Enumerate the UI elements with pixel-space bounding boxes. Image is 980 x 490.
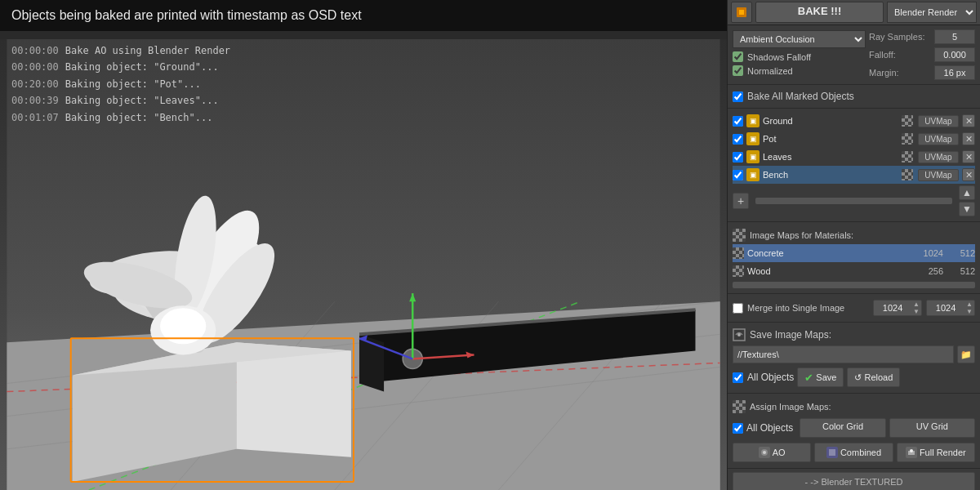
obj-checkbox-ground[interactable] <box>733 116 743 127</box>
bake-all-checkbox[interactable] <box>733 91 743 102</box>
merge-w-down[interactable]: ▼ <box>913 308 920 315</box>
img-map-w-concrete: 1024 <box>915 248 943 258</box>
assign-label: Assign Image Maps: <box>750 402 831 412</box>
combined-type-btn[interactable]: Combined <box>814 443 893 462</box>
add-object-btn[interactable]: + <box>733 193 749 209</box>
viewport-header: Objects being baked are printed with tim… <box>0 0 727 31</box>
full-render-btn-label: Full Render <box>920 448 966 457</box>
normalized-checkbox[interactable] <box>733 65 743 76</box>
falloff-label: Falloff: <box>869 50 932 60</box>
all-objects-assign-checkbox[interactable] <box>733 423 743 434</box>
viewport-header-text: Objects being baked are printed with tim… <box>11 8 362 22</box>
shadows-falloff-checkbox[interactable] <box>733 51 743 62</box>
obj-up-btn[interactable]: ▲ <box>959 185 975 200</box>
object-row-ground[interactable]: ▣ Ground UVMap ✕ <box>733 112 975 130</box>
svg-rect-43 <box>829 449 835 456</box>
obj-scrollbar[interactable] <box>755 198 952 204</box>
image-maps-section: Image Maps for Materials: Concrete 1024 … <box>728 222 980 294</box>
bake-button[interactable]: BAKE !!! <box>755 2 884 23</box>
obj-remove-pot[interactable]: ✕ <box>962 132 975 145</box>
merge-width-stepper[interactable]: 1024 ▲ ▼ <box>873 300 922 316</box>
img-map-h-wood: 512 <box>947 266 975 276</box>
obj-down-btn[interactable]: ▼ <box>959 202 975 216</box>
save-section-icon <box>733 328 746 341</box>
bake-all-label: Bake All Marked Objects <box>747 91 854 102</box>
ao-type-btn[interactable]: AO <box>733 443 811 462</box>
merge-height-stepper[interactable]: 1024 ▲ ▼ <box>926 300 975 316</box>
render-engine-select[interactable]: Blender RenderCyclesGame Engine <box>887 2 977 23</box>
img-map-icon-wood <box>733 265 744 277</box>
ao-section: Ambient OcclusionFull RenderShadows Shad… <box>728 25 980 85</box>
right-panel: BAKE !!! Blender RenderCyclesGame Engine… <box>727 0 980 490</box>
object-row-bench[interactable]: ▣ Bench UVMap ✕ <box>733 166 975 184</box>
log-time: 00:00:39 <box>11 92 59 109</box>
objects-list: ▣ Ground UVMap ✕ ▣ Pot UVMap ✕ ▣ Leaves … <box>733 112 975 184</box>
save-section: Save Image Maps: 📁 All Objects ✔ Save ↺ … <box>728 323 980 394</box>
obj-controls: + ▲ ▼ <box>733 184 975 218</box>
obj-checkbox-leaves[interactable] <box>733 152 743 163</box>
reload-btn[interactable]: ↺ Reload <box>847 368 900 387</box>
full-render-btn[interactable]: Full Render <box>897 443 975 462</box>
assign-section: Assign Image Maps: All Objects Color Gri… <box>728 394 980 469</box>
save-btn[interactable]: ✔ Save <box>797 368 844 387</box>
merge-section: Merge into Single Image 1024 ▲ ▼ 1024 ▲ … <box>728 294 980 323</box>
falloff-input[interactable] <box>934 47 975 62</box>
viewport: Objects being baked are printed with tim… <box>0 0 727 490</box>
grid-btns-row: All Objects Color Grid UV Grid <box>733 416 975 440</box>
margin-input[interactable] <box>934 65 975 80</box>
image-maps-title-row: Image Maps for Materials: <box>733 225 975 244</box>
log-message: Bake AO using Blender Render <box>65 42 230 59</box>
merge-label: Merge into Single Image <box>747 303 869 313</box>
log-entry: 00:00:39Baking object: "Leaves"... <box>11 92 230 109</box>
merge-h-down[interactable]: ▼ <box>966 308 973 315</box>
img-map-h-concrete: 512 <box>947 248 975 258</box>
image-maps-scrollbar[interactable] <box>733 282 975 288</box>
viewport-log: 00:00:00Bake AO using Blender Render00:0… <box>11 42 230 126</box>
svg-point-45 <box>910 449 913 452</box>
obj-uvmap-ground: UVMap <box>918 115 959 127</box>
all-objects-save-checkbox[interactable] <box>733 372 743 383</box>
obj-remove-bench[interactable]: ✕ <box>962 168 975 181</box>
image-maps-list: Concrete 1024 512 Wood 256 512 <box>733 244 975 280</box>
obj-checkbox-bench[interactable] <box>733 170 743 180</box>
obj-remove-ground[interactable]: ✕ <box>962 114 975 127</box>
color-grid-btn[interactable]: Color Grid <box>800 418 885 438</box>
obj-name-pot: Pot <box>763 134 898 144</box>
log-time: 00:00:00 <box>11 59 59 75</box>
img-map-row-concrete[interactable]: Concrete 1024 512 <box>733 244 975 262</box>
obj-checkbox-pot[interactable] <box>733 134 743 145</box>
log-entry: 00:01:07Baking object: "Bench"... <box>11 109 230 126</box>
shadows-falloff-label: Shadows Falloff <box>747 52 811 62</box>
object-row-leaves[interactable]: ▣ Leaves UVMap ✕ <box>733 148 975 166</box>
object-row-pot[interactable]: ▣ Pot UVMap ✕ <box>733 130 975 148</box>
img-map-row-wood[interactable]: Wood 256 512 <box>733 262 975 280</box>
assign-icon <box>733 400 746 413</box>
render-icon-btn[interactable] <box>731 2 752 23</box>
svg-rect-38 <box>739 10 744 15</box>
uv-grid-btn[interactable]: UV Grid <box>889 418 975 438</box>
merge-h-up[interactable]: ▲ <box>966 301 973 308</box>
image-maps-icon <box>733 229 746 242</box>
ao-mode-select[interactable]: Ambient OcclusionFull RenderShadows <box>733 30 866 48</box>
path-browse-btn[interactable]: 📁 <box>957 345 975 363</box>
all-objects-assign-label: All Objects <box>746 422 793 434</box>
obj-name-bench: Bench <box>763 170 898 180</box>
log-time: 00:01:07 <box>11 109 59 126</box>
reload-btn-label: Reload <box>864 372 893 382</box>
path-input[interactable] <box>733 345 954 363</box>
save-label: Save Image Maps: <box>750 329 831 341</box>
log-message: Baking object: "Leaves"... <box>65 92 219 109</box>
ray-samples-input[interactable] <box>934 29 975 44</box>
obj-name-leaves: Leaves <box>763 152 898 162</box>
image-maps-title: Image Maps for Materials: <box>750 230 853 240</box>
log-message: Baking object: "Bench"... <box>65 109 213 126</box>
obj-icon-ground: ▣ <box>746 114 760 127</box>
obj-remove-leaves[interactable]: ✕ <box>962 150 975 163</box>
merge-w-up[interactable]: ▲ <box>913 301 920 308</box>
normalized-row: Normalized <box>733 64 866 78</box>
shadows-falloff-row: Shadows Falloff <box>733 50 866 64</box>
obj-uv-icon-ground <box>902 115 913 127</box>
blender-textured-btn[interactable]: - -> Blender TEXTURED <box>733 472 975 490</box>
merge-checkbox[interactable] <box>733 303 743 314</box>
combined-btn-label: Combined <box>840 448 881 457</box>
